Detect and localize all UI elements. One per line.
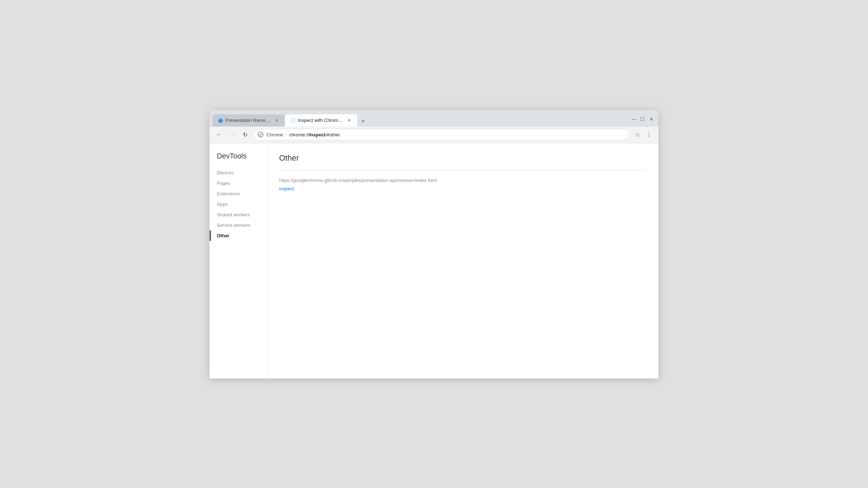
sidebar-item-service-workers[interactable]: Service workers [217, 220, 267, 230]
url-bold: inspect [309, 132, 325, 137]
reload-button[interactable]: ↻ [240, 130, 250, 140]
tab1-label: Presentation Receiver AF [226, 118, 271, 123]
tab-presentation-receiver[interactable]: 🔷 Presentation Receiver AF ✕ [212, 114, 285, 127]
maximize-button[interactable]: ☐ [640, 116, 645, 122]
sidebar-title: DevTools [217, 152, 267, 160]
title-bar: 🔷 Presentation Receiver AF ✕ 📄 Inspect w… [210, 110, 658, 127]
new-tab-button[interactable]: + [357, 116, 369, 127]
toolbar-right: ☆ ⋮ [632, 130, 654, 140]
svg-point-0 [258, 132, 263, 137]
window-controls: — ☐ ✕ [631, 116, 654, 122]
url-prefix: chrome:// [289, 132, 309, 137]
sidebar-item-shared-workers[interactable]: Shared workers [217, 209, 267, 220]
url-suffix: /#other [325, 132, 340, 137]
tab-inspect-devtools[interactable]: 📄 Inspect with Chrome Dev ✕ [285, 114, 357, 127]
section-divider [279, 170, 647, 170]
sidebar-nav: Devices Pages Extensions Apps Shared wor… [217, 167, 267, 241]
chrome-label: Chrome [266, 132, 283, 137]
sidebar-item-other[interactable]: Other [217, 230, 267, 241]
main-content: DevTools Devices Pages Extensions Apps S… [210, 143, 658, 378]
sidebar-item-apps[interactable]: Apps [217, 199, 267, 209]
back-button[interactable]: ← [214, 130, 224, 140]
item-url: https://googlechrome.github.io/samples/p… [279, 178, 647, 183]
page-heading: Other [279, 153, 647, 163]
tab2-close-button[interactable]: ✕ [346, 118, 352, 123]
tab2-label: Inspect with Chrome Dev [298, 118, 344, 123]
close-button[interactable]: ✕ [648, 116, 654, 122]
sidebar-item-devices[interactable]: Devices [217, 167, 267, 178]
sidebar: DevTools Devices Pages Extensions Apps S… [210, 143, 267, 378]
more-button[interactable]: ⋮ [644, 130, 654, 140]
sidebar-item-extensions[interactable]: Extensions [217, 188, 267, 199]
tab1-favicon-icon: 🔷 [218, 118, 223, 123]
inspect-link[interactable]: inspect [279, 186, 294, 191]
toolbar: ← → ↻ Chrome chrome://inspect/#other ☆ ⋮ [210, 127, 658, 143]
tab1-close-button[interactable]: ✕ [274, 118, 280, 123]
security-icon [258, 132, 264, 137]
page-content: Other https://googlechrome.github.io/sam… [267, 143, 658, 378]
address-bar[interactable]: Chrome chrome://inspect/#other [253, 129, 629, 140]
minimize-button[interactable]: — [631, 116, 637, 122]
tab2-favicon-icon: 📄 [290, 118, 295, 123]
sidebar-item-pages[interactable]: Pages [217, 178, 267, 188]
bookmark-button[interactable]: ☆ [632, 130, 642, 140]
url-divider [286, 132, 286, 137]
browser-window: 🔷 Presentation Receiver AF ✕ 📄 Inspect w… [210, 110, 658, 378]
forward-button[interactable]: → [227, 130, 237, 140]
url-text: chrome://inspect/#other [289, 132, 625, 137]
